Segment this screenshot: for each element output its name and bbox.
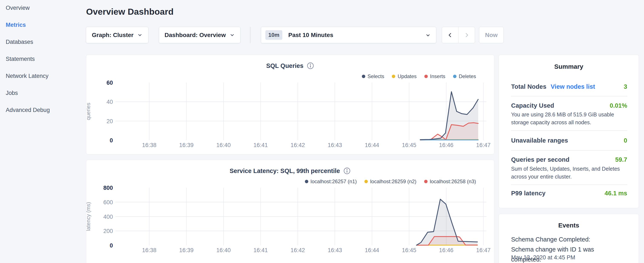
x-tick-label: 16:41 xyxy=(254,142,268,148)
x-tick-label: 16:45 xyxy=(402,247,416,253)
qps-desc: Sum of Selects, Updates, Inserts, and De… xyxy=(511,165,630,181)
y-axis-unit-label: latency (ms) xyxy=(86,202,91,231)
x-tick-label: 16:41 xyxy=(254,247,268,253)
chart-legend: SelectsUpdatesInsertsDeletes xyxy=(362,73,476,80)
series-line xyxy=(416,199,477,245)
graph-dropdown[interactable]: Graph: Cluster xyxy=(86,27,148,43)
legend-dot-icon xyxy=(364,180,368,183)
x-tick-label: 16:46 xyxy=(439,247,454,253)
y-tick-label: 200 xyxy=(103,228,113,234)
total-nodes-label: Total Nodes xyxy=(511,83,546,90)
legend-label: Updates xyxy=(398,73,416,79)
capacity-used-label: Capacity Used xyxy=(511,102,554,109)
summary-title: Summary xyxy=(499,63,639,70)
x-tick-label: 16:42 xyxy=(291,142,305,148)
legend-label: localhost:26258 (n3) xyxy=(430,178,476,184)
divider xyxy=(511,184,627,185)
summary-row-capacity: Capacity Used 0.01% xyxy=(511,102,627,109)
sidebar-item-statements[interactable]: Statements xyxy=(6,55,35,63)
view-nodes-list-link[interactable]: View nodes list xyxy=(551,83,595,90)
legend-item: Inserts xyxy=(424,73,446,79)
summary-panel: Summary Total NodesView nodes list 3 Cap… xyxy=(498,55,639,208)
event-item-time: May 13, 2020 at 4:45 PM xyxy=(511,254,575,261)
next-time-button[interactable] xyxy=(458,27,475,43)
service-latency-plot: 16:3816:3916:4016:4116:4216:4316:4416:45… xyxy=(86,160,494,263)
y-tick-label: 600 xyxy=(103,199,113,205)
y-tick-label: 40 xyxy=(106,99,113,105)
capacity-used-value: 0.01% xyxy=(610,102,627,109)
sidebar-item-advanced-debug[interactable]: Advanced Debug xyxy=(6,106,50,114)
legend-dot-icon xyxy=(453,75,456,78)
time-pager xyxy=(442,27,475,43)
events-panel: Events Schema Change Completed: Schema c… xyxy=(498,214,639,263)
total-nodes-value: 3 xyxy=(624,83,627,90)
sql-queries-chart-card: SQL Queries SelectsUpdatesInsertsDeletes… xyxy=(86,55,494,154)
series-area xyxy=(420,123,478,140)
series-area xyxy=(416,199,477,245)
chevron-down-icon xyxy=(137,33,142,38)
x-tick-label: 16:42 xyxy=(291,247,305,253)
x-tick-label: 16:44 xyxy=(365,142,379,148)
info-icon[interactable] xyxy=(306,62,314,70)
x-tick-label: 16:40 xyxy=(216,142,231,148)
x-tick-label: 16:47 xyxy=(476,247,491,253)
legend-label: localhost:26259 (n2) xyxy=(370,178,416,184)
qps-label: Queries per second xyxy=(511,156,569,163)
sidebar-item-metrics[interactable]: Metrics xyxy=(6,21,26,29)
y-tick-label: 60 xyxy=(106,80,113,86)
x-tick-label: 16:38 xyxy=(142,247,156,253)
legend-item: Deletes xyxy=(453,73,476,79)
capacity-used-desc: You are using 28.6 MiB of 515.9 GiB usab… xyxy=(511,111,630,126)
x-tick-label: 16:47 xyxy=(476,142,491,148)
x-tick-label: 16:39 xyxy=(179,247,194,253)
time-range-selector[interactable]: 10m Past 10 Minutes xyxy=(261,27,436,43)
sidebar-item-jobs[interactable]: Jobs xyxy=(6,89,18,97)
x-tick-label: 16:44 xyxy=(365,247,379,253)
chevron-right-icon xyxy=(464,32,470,38)
summary-row-total-nodes: Total NodesView nodes list 3 xyxy=(511,83,627,90)
series-area xyxy=(420,92,478,140)
prev-time-button[interactable] xyxy=(442,27,458,43)
series-line xyxy=(420,92,478,140)
service-latency-chart-card: Service Latency: SQL, 99th percentile lo… xyxy=(86,160,494,263)
graph-dropdown-label: Graph: Cluster xyxy=(92,32,134,39)
y-tick-label: 20 xyxy=(106,118,113,124)
legend-dot-icon xyxy=(305,180,308,183)
legend-label: Deletes xyxy=(459,73,476,79)
divider xyxy=(511,130,627,131)
legend-item: localhost:26257 (n1) xyxy=(305,178,357,184)
chart-title: SQL Queries xyxy=(266,62,304,69)
unavailable-ranges-value: 0 xyxy=(624,137,627,144)
info-icon[interactable] xyxy=(343,167,351,175)
x-tick-label: 16:38 xyxy=(142,142,156,148)
chart-legend: localhost:26257 (n1)localhost:26259 (n2)… xyxy=(305,178,476,185)
time-range-label: Past 10 Minutes xyxy=(288,32,333,39)
sidebar-item-network-latency[interactable]: Network Latency xyxy=(6,72,48,80)
sidebar-item-databases[interactable]: Databases xyxy=(6,38,33,46)
legend-item: Selects xyxy=(362,73,384,79)
sidebar-item-overview[interactable]: Overview xyxy=(6,4,30,12)
sidebar: Overview Metrics Databases Statements Ne… xyxy=(0,0,84,263)
y-tick-label: 0 xyxy=(110,137,113,144)
events-title: Events xyxy=(499,222,639,229)
series-line xyxy=(420,123,478,140)
y-tick-label: 800 xyxy=(103,185,113,191)
y-tick-label: 0 xyxy=(110,242,113,249)
legend-dot-icon xyxy=(424,75,428,78)
dashboard-dropdown[interactable]: Dashboard: Overview xyxy=(159,27,240,43)
summary-row-unavailable-ranges: Unavailable ranges 0 xyxy=(511,137,627,144)
controls-divider xyxy=(250,27,250,43)
summary-row-p99: P99 latency 46.1 ms xyxy=(511,190,627,197)
x-tick-label: 16:45 xyxy=(402,142,416,148)
divider xyxy=(511,150,627,151)
legend-dot-icon xyxy=(362,75,365,78)
x-tick-label: 16:43 xyxy=(328,142,342,148)
series-area xyxy=(416,237,477,245)
now-button[interactable]: Now xyxy=(479,27,504,43)
legend-item: localhost:26259 (n2) xyxy=(364,178,416,184)
qps-value: 59.7 xyxy=(615,156,627,163)
x-tick-label: 16:46 xyxy=(439,142,454,148)
y-axis-unit-label: queries xyxy=(86,103,91,120)
legend-label: Inserts xyxy=(430,73,446,79)
summary-row-qps: Queries per second 59.7 xyxy=(511,156,627,163)
